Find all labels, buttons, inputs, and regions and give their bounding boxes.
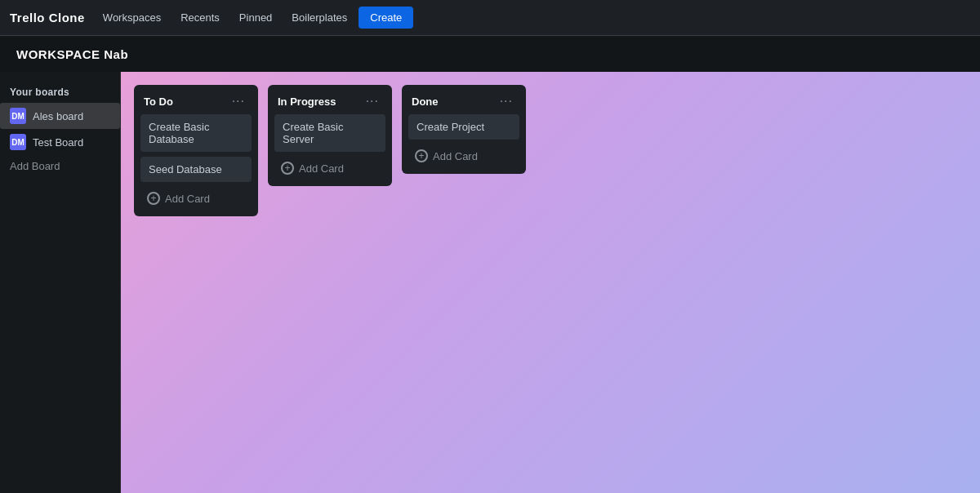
add-board-button[interactable]: Add Board	[0, 155, 120, 177]
list-inprogress-title: In Progress	[278, 95, 336, 108]
add-board-label: Add Board	[10, 160, 60, 172]
plus-circle-icon: +	[147, 192, 160, 205]
add-card-inprogress-button[interactable]: + Add Card	[271, 157, 389, 180]
sidebar-item-test-board[interactable]: DM Test Board	[0, 129, 120, 155]
list-todo-menu-icon[interactable]: ···	[229, 93, 248, 109]
sidebar-item-ales-board[interactable]: DM Ales board	[0, 103, 120, 129]
board-area: To Do ··· Create Basic Database Seed Dat…	[121, 72, 980, 493]
nav-boilerplates[interactable]: Boilerplates	[283, 7, 355, 29]
add-card-done-button[interactable]: + Add Card	[405, 144, 523, 167]
list-done-menu-icon[interactable]: ···	[497, 93, 516, 109]
list-inprogress-menu-icon[interactable]: ···	[363, 93, 382, 109]
add-card-todo-button[interactable]: + Add Card	[137, 187, 255, 210]
sidebar-item-label-test: Test Board	[33, 136, 83, 149]
workspace-title: WORKSPACE Nab	[16, 47, 128, 61]
main-layout: Your boards DM Ales board DM Test Board …	[0, 72, 980, 493]
sidebar-item-label-ales: Ales board	[33, 110, 83, 122]
create-button[interactable]: Create	[359, 7, 413, 29]
nav-workspaces[interactable]: Workspaces	[95, 7, 169, 29]
add-card-inprogress-label: Add Card	[299, 162, 344, 175]
nav-pinned[interactable]: Pinned	[231, 7, 280, 29]
card-seed-database[interactable]: Seed Database	[140, 157, 252, 182]
workspace-header: WORKSPACE Nab	[0, 36, 980, 72]
add-card-todo-label: Add Card	[165, 193, 210, 205]
sidebar: Your boards DM Ales board DM Test Board …	[0, 72, 121, 493]
top-nav: Trello Clone Workspaces Recents Pinned B…	[0, 0, 980, 36]
list-done-title: Done	[412, 95, 439, 108]
plus-circle-done-icon: +	[415, 149, 428, 162]
card-create-basic-database[interactable]: Create Basic Database	[140, 114, 252, 152]
list-inprogress-header: In Progress ···	[268, 85, 392, 114]
list-todo-header: To Do ···	[134, 85, 258, 114]
avatar-test: DM	[10, 134, 26, 150]
add-card-done-label: Add Card	[433, 150, 478, 162]
sidebar-section-title: Your boards	[0, 82, 120, 103]
list-done-header: Done ···	[402, 85, 526, 114]
avatar-ales: DM	[10, 108, 26, 124]
list-todo: To Do ··· Create Basic Database Seed Dat…	[134, 85, 258, 216]
brand-logo: Trello Clone	[10, 11, 85, 24]
card-create-basic-server[interactable]: Create Basic Server	[274, 114, 385, 152]
plus-circle-inprogress-icon: +	[281, 162, 294, 175]
nav-recents[interactable]: Recents	[172, 7, 228, 29]
list-inprogress: In Progress ··· Create Basic Server + Ad…	[268, 85, 392, 186]
list-todo-title: To Do	[144, 95, 173, 108]
card-create-project[interactable]: Create Project	[408, 114, 519, 140]
list-done: Done ··· Create Project + Add Card	[402, 85, 526, 174]
